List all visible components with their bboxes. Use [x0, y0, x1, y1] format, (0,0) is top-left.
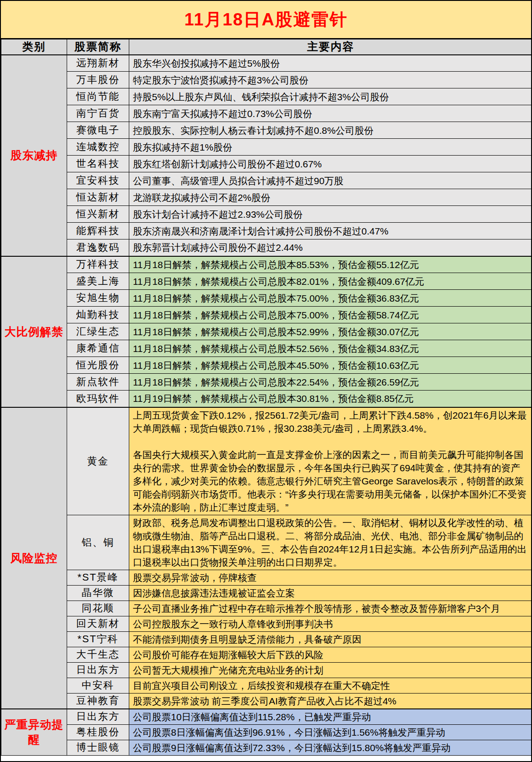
content-cell: 因涉嫌信息披露违法违规被证监会立案 [129, 585, 532, 601]
content-cell: 子公司直播业务推广过程中存在暗示推荐个股等情形，被责令整改及暂停新增客户3个月 [129, 601, 532, 616]
stock-name-cell: 欧玛软件 [67, 391, 129, 407]
content-cell: 目前宜兴项目公司刚设立，后续投资和规模存在重大不确定性 [129, 678, 532, 693]
stock-name-cell: 博士眼镜 [67, 740, 129, 755]
content-cell: 股东华兴创投拟减持不超过5%股份 [129, 55, 532, 72]
table-row: 中安科目前宜兴项目公司刚设立，后续投资和规模存在重大不确定性 [1, 678, 532, 693]
content-cell: 公司股价可能存在短期涨幅较大后下跌的风险 [129, 647, 532, 662]
content-cell: 股东南宁富天拟减持不超过0.73%公司股份 [129, 105, 532, 122]
category-cell: 大比例解禁 [1, 256, 67, 407]
table-row: *ST景峰股票交易异常波动，停牌核查 [1, 570, 532, 585]
content-cell: 持股5%以上股东卢凤仙、钱利荣拟合计减持不超3%公司股份 [129, 88, 532, 105]
table-row: 恒光股份11月18日解禁，解禁规模占公司总股本45.50%，预估金额10.63亿… [1, 357, 532, 374]
content-cell: 11月18日解禁，解禁规模占公司总股本82.01%，预估金额409.67亿元 [129, 273, 532, 290]
stock-name-cell: 日出东方 [67, 662, 129, 678]
table-row: 灿勤科技11月18日解禁，解禁规模占公司总股本75.00%，预估金额58.74亿… [1, 307, 532, 323]
table-row: 晶华微因涉嫌信息披露违法违规被证监会立案 [1, 585, 532, 601]
content-cell: 公司股票10日涨幅偏离值达到115.28%，已触发严重异动 [129, 709, 532, 725]
content-cell: 11月18日解禁，解禁规模占公司总股本85.53%，预估金额55.12亿元 [129, 256, 532, 273]
content-cell: 控股股东、实际控制人杨云春计划减持不超0.8%公司股份 [129, 122, 532, 139]
content-cell: 公司股票9日涨幅偏离值达到72.33%，今日涨幅达到15.80%将触发严重异动 [129, 740, 532, 755]
stock-name-cell: 晶华微 [67, 585, 129, 601]
table-row: 恒尚节能持股5%以上股东卢凤仙、钱利荣拟合计减持不超3%公司股份 [1, 88, 532, 105]
table-row: 恒兴新材股东计划合计减持不超过2.93%公司股份 [1, 206, 532, 223]
content-cell: 上周五现货黄金下跌0.12%，报2561.72美元/盎司，上周累计下跌4.58%… [129, 407, 532, 515]
stock-name-cell: 万祥科技 [67, 256, 129, 273]
table-row: 新点软件11月18日解禁，解禁规模占公司总股本22.54%，预估金额26.59亿… [1, 374, 532, 391]
content-cell: 股东郭晋计划减持公司股份不超过2.44% [129, 239, 532, 256]
table-row: 安旭生物11月18日解禁，解禁规模占公司总股本75.00%，预估金额36.83亿… [1, 290, 532, 307]
table-row: 能辉科技股东济南晟兴和济南晟泽计划合计减持公司股份不超过0.47% [1, 223, 532, 239]
stock-name-cell: 粤桂股份 [67, 724, 129, 740]
content-cell: 龙游联龙拟减持公司不超2%股份 [129, 189, 532, 206]
stock-name-cell: 回天新材 [67, 616, 129, 631]
content-cell: 公司控股股东之一致行动人章锋收到刑事判决书 [129, 616, 532, 631]
column-header-content: 主要内容 [129, 39, 532, 55]
table-row: 康希通信11月18日解禁，解禁规模占公司总股本52.56%，预估金额34.83亿… [1, 340, 532, 357]
content-cell: 11月18日解禁，解禁规模占公司总股本45.50%，预估金额10.63亿元 [129, 357, 532, 374]
table-row: 恒达新材龙游联龙拟减持公司不超2%股份 [1, 189, 532, 206]
content-cell: 股东济南晟兴和济南晟泽计划合计减持公司股份不超过0.47% [129, 223, 532, 239]
content-cell: 特定股东宁波怡贤拟减持不超3%公司股份 [129, 72, 532, 88]
stock-name-cell: 中安科 [67, 678, 129, 693]
content-cell: 11月19日解禁，解禁规模占公司总股本30.81%，预估金额8.85亿元 [129, 391, 532, 407]
table-row: 大千生态公司股价可能存在短期涨幅较大后下跌的风险 [1, 647, 532, 662]
stock-name-cell: 大千生态 [67, 647, 129, 662]
content-cell: 股票交易异常波动 前三季度公司AI教育产品收入占比不超过4% [129, 693, 532, 709]
content-cell: 财政部、税务总局发布调整出口退税政策的公告。一、取消铝材、铜材以及化学改性的动、… [129, 515, 532, 570]
table-row: 博士眼镜公司股票9日涨幅偏离值达到72.33%，今日涨幅达到15.80%将触发严… [1, 740, 532, 755]
stock-name-cell: 新点软件 [67, 374, 129, 391]
stock-risk-alert-table: 11月18日A股避雷针 类别 股票简称 主要内容 股东减持远翔新材股东华兴创投拟… [0, 0, 532, 762]
table-row: 大比例解禁万祥科技11月18日解禁，解禁规模占公司总股本85.53%，预估金额5… [1, 256, 532, 273]
stock-name-cell: 世名科技 [67, 156, 129, 172]
stock-name-cell: 豆神教育 [67, 693, 129, 709]
stock-name-cell: 君逸数码 [67, 239, 129, 256]
table-row: 盛美上海11月18日解禁，解禁规模占公司总股本82.01%，预估金额409.67… [1, 273, 532, 290]
table-row: *ST宁科不能清偿到期债务且明显缺乏清偿能力，具备破产原因 [1, 631, 532, 647]
table-row: 回天新材公司控股股东之一致行动人章锋收到刑事判决书 [1, 616, 532, 631]
stock-name-cell: 远翔新材 [67, 55, 129, 72]
header-row: 类别 股票简称 主要内容 [1, 39, 532, 55]
column-header-stock: 股票简称 [67, 39, 129, 55]
column-header-category: 类别 [1, 39, 67, 55]
table-row: 豆神教育股票交易异常波动 前三季度公司AI教育产品收入占比不超过4% [1, 693, 532, 709]
table-row: 万丰股份特定股东宁波怡贤拟减持不超3%公司股份 [1, 72, 532, 88]
content-cell: 公司董事、高级管理人员拟合计减持不超过90万股 [129, 172, 532, 189]
stock-name-cell: 连城数控 [67, 139, 129, 156]
stock-name-cell: 恒达新材 [67, 189, 129, 206]
table-row: 风险监控黄金上周五现货黄金下跌0.12%，报2561.72美元/盎司，上周累计下… [1, 407, 532, 515]
stock-name-cell: 铝、铜 [67, 515, 129, 570]
stock-name-cell: 日出东方 [67, 709, 129, 725]
content-cell: 11月18日解禁，解禁规模占公司总股本52.99%，预估金额30.07亿元 [129, 323, 532, 340]
stock-name-cell: 宜安科技 [67, 172, 129, 189]
stock-name-cell: 黄金 [67, 407, 129, 515]
risk-table: 类别 股票简称 主要内容 股东减持远翔新材股东华兴创投拟减持不超过5%股份万丰股… [1, 39, 532, 756]
table-row: 汇绿生态11月18日解禁，解禁规模占公司总股本52.99%，预估金额30.07亿… [1, 323, 532, 340]
content-cell: 股东拟减持不超1%股份 [129, 139, 532, 156]
table-row: 严重异动提醒日出东方公司股票10日涨幅偏离值达到115.28%，已触发严重异动 [1, 709, 532, 725]
table-row: 同花顺子公司直播业务推广过程中存在暗示推荐个股等情形，被责令整改及暂停新增客户3… [1, 601, 532, 616]
stock-name-cell: *ST景峰 [67, 570, 129, 585]
content-cell: 股票交易异常波动，停牌核查 [129, 570, 532, 585]
table-row: 世名科技股东红塔创新计划减持公司股份不超过0.67% [1, 156, 532, 172]
page-title: 11月18日A股避雷针 [1, 1, 531, 39]
table-row: 连城数控股东拟减持不超1%股份 [1, 139, 532, 156]
content-cell: 公司暂无大规模推广光储充充电站业务的计划 [129, 662, 532, 678]
stock-name-cell: 同花顺 [67, 601, 129, 616]
content-cell: 不能清偿到期债务且明显缺乏清偿能力，具备破产原因 [129, 631, 532, 647]
stock-name-cell: 灿勤科技 [67, 307, 129, 323]
stock-name-cell: 安旭生物 [67, 290, 129, 307]
stock-name-cell: 康希通信 [67, 340, 129, 357]
table-row: 粤桂股份公司股票8日涨幅偏离值达到96.91%，今日涨幅达到1.56%将触发严重… [1, 724, 532, 740]
table-row: 日出东方公司暂无大规模推广光储充充电站业务的计划 [1, 662, 532, 678]
table-row: 南宁百货股东南宁富天拟减持不超过0.73%公司股份 [1, 105, 532, 122]
category-cell: 严重异动提醒 [1, 709, 67, 756]
content-cell: 股东红塔创新计划减持公司股份不超过0.67% [129, 156, 532, 172]
table-row: 赛微电子控股股东、实际控制人杨云春计划减持不超0.8%公司股份 [1, 122, 532, 139]
table-row: 欧玛软件11月19日解禁，解禁规模占公司总股本30.81%，预估金额8.85亿元 [1, 391, 532, 407]
content-cell: 公司股票8日涨幅偏离值达到96.91%，今日涨幅达到1.56%将触发严重异动 [129, 724, 532, 740]
category-cell: 风险监控 [1, 407, 67, 709]
stock-name-cell: 南宁百货 [67, 105, 129, 122]
stock-name-cell: 汇绿生态 [67, 323, 129, 340]
content-cell: 11月18日解禁，解禁规模占公司总股本75.00%，预估金额36.83亿元 [129, 290, 532, 307]
table-row: 股东减持远翔新材股东华兴创投拟减持不超过5%股份 [1, 55, 532, 72]
